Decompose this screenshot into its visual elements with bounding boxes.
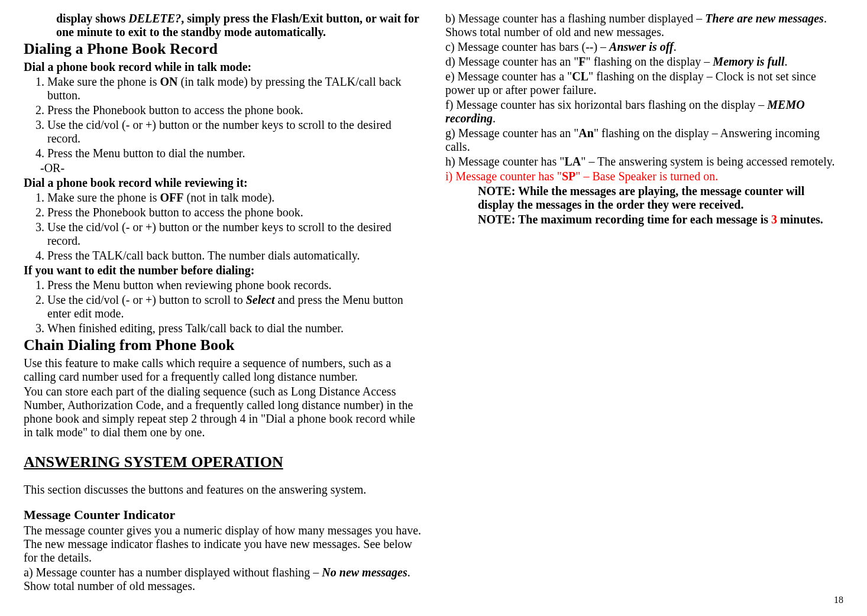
chain-p2: You can store each part of the dialing s… [24, 385, 422, 439]
list-item: When finished editing, press Talk/call b… [47, 322, 422, 335]
counter-intro: The message counter gives you a numeric … [24, 524, 422, 565]
counter-a: a) Message counter has a number displaye… [24, 566, 422, 593]
chain-p1: Use this feature to make calls which req… [24, 356, 422, 384]
list-item: Press the Menu button to dial the number… [47, 147, 422, 160]
counter-i: i) Message counter has "SP" – Base Speak… [445, 170, 843, 183]
sub-edit-before-dial: If you want to edit the number before di… [24, 264, 422, 277]
continuation-text: display shows DELETE?, simply press the … [56, 12, 422, 39]
sub-talk-mode: Dial a phone book record while in talk m… [24, 60, 422, 74]
counter-b: b) Message counter has a flashing number… [445, 12, 843, 39]
list-item: Use the cid/vol (- or +) button or the n… [47, 221, 422, 248]
counter-g: g) Message counter has an "An" flashing … [445, 127, 843, 154]
heading-dialing-phonebook: Dialing a Phone Book Record [24, 40, 422, 58]
answer-intro: This section discusses the buttons and f… [24, 483, 422, 497]
counter-h: h) Message counter has "LA" – The answer… [445, 155, 843, 168]
list-item: Press the Phonebook button to access the… [47, 103, 422, 117]
note-playback-order: NOTE: While the messages are playing, th… [478, 184, 843, 212]
heading-answering-system: ANSWERING SYSTEM OPERATION [24, 453, 422, 471]
heading-chain-dialing: Chain Dialing from Phone Book [24, 336, 422, 354]
note-max-recording: NOTE: The maximum recording time for eac… [478, 213, 843, 226]
list-reviewing: Make sure the phone is OFF (not in talk … [24, 191, 422, 262]
list-item: Press the Phonebook button to access the… [47, 206, 422, 219]
or-divider: -OR- [40, 161, 422, 175]
page-number: 18 [834, 595, 843, 605]
counter-f: f) Message counter has six horizontal ba… [445, 98, 843, 125]
counter-e: e) Message counter has a "CL" flashing o… [445, 70, 843, 97]
heading-message-counter: Message Counter Indicator [24, 507, 422, 523]
counter-c: c) Message counter has bars (--) – Answe… [445, 40, 843, 54]
list-item: Press the TALK/call back button. The num… [47, 249, 422, 262]
sub-reviewing: Dial a phone book record while reviewing… [24, 176, 422, 190]
counter-d: d) Message counter has an "F" flashing o… [445, 55, 843, 69]
list-item: Use the cid/vol (- or +) button or the n… [47, 118, 422, 145]
list-item: Press the Menu button when reviewing pho… [47, 278, 422, 292]
list-item: Use the cid/vol (- or +) button to scrol… [47, 293, 422, 320]
list-talk-mode: Make sure the phone is ON (in talk mode)… [24, 75, 422, 160]
list-edit: Press the Menu button when reviewing pho… [24, 278, 422, 335]
list-item: Make sure the phone is OFF (not in talk … [47, 191, 422, 205]
list-item: Make sure the phone is ON (in talk mode)… [47, 75, 422, 102]
